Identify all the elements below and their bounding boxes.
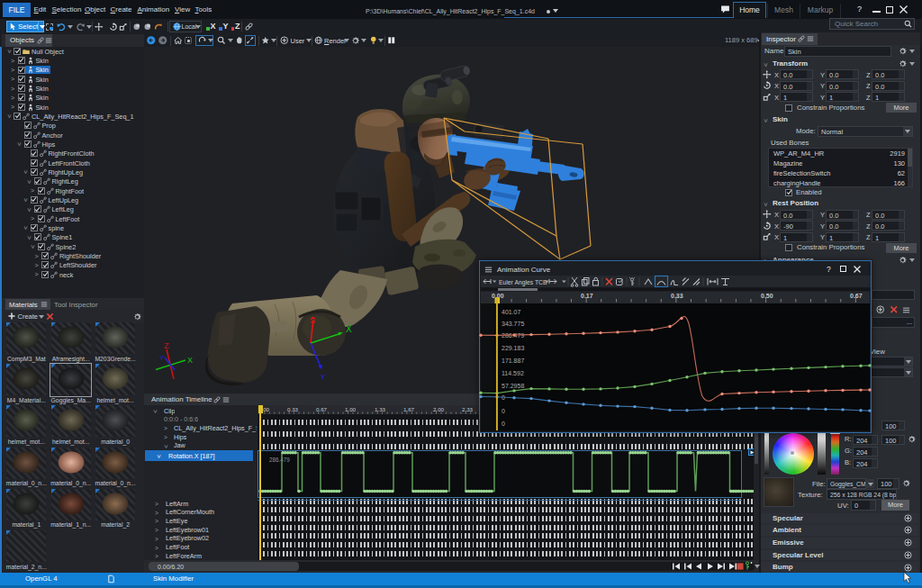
- svg-text:Euler Angles TCB: Euler Angles TCB: [499, 279, 547, 286]
- svg-text:0.33: 0.33: [671, 293, 683, 299]
- svg-text:171.887: 171.887: [502, 357, 524, 364]
- svg-text:57.2958: 57.2958: [502, 383, 524, 389]
- svg-text:229.183: 229.183: [502, 345, 524, 351]
- svg-text:Y: Y: [159, 354, 165, 362]
- svg-text:0.17: 0.17: [581, 293, 593, 299]
- svg-text:0: 0: [502, 408, 505, 414]
- svg-text:401.07: 401.07: [502, 309, 521, 315]
- svg-text:X: X: [187, 356, 193, 365]
- svg-text:0: 0: [502, 421, 505, 427]
- svg-text:X: X: [346, 324, 352, 334]
- svg-text:Z: Z: [164, 341, 169, 350]
- svg-text:0.67: 0.67: [850, 293, 863, 299]
- svg-text:114.592: 114.592: [502, 370, 524, 376]
- svg-text:Y: Y: [321, 373, 326, 381]
- svg-text:343.775: 343.775: [502, 321, 524, 327]
- svg-text:0.50: 0.50: [761, 293, 773, 299]
